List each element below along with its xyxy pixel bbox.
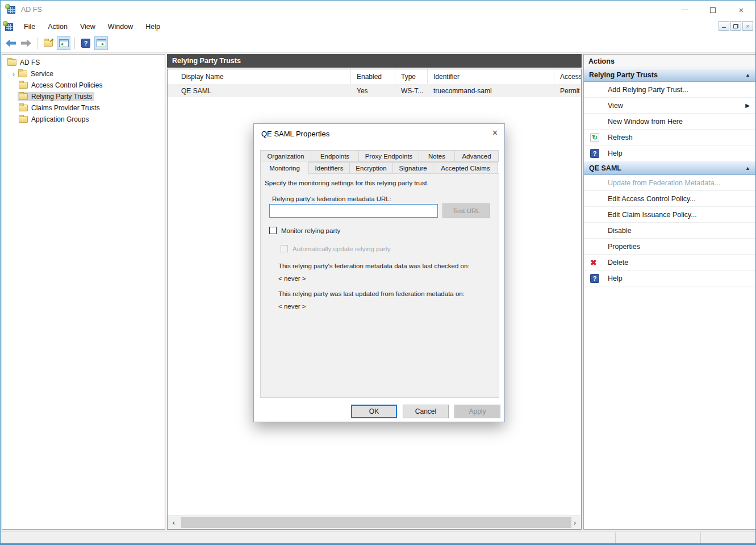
tree-node-label: Claims Provider Trusts (31, 104, 100, 112)
tab-identifiers[interactable]: Identifiers (309, 162, 350, 174)
tree-node-relying-party-trusts[interactable]: Relying Party Trusts (2, 91, 165, 102)
maximize-button[interactable] (699, 1, 727, 19)
actions-section-relying-party-trusts[interactable]: Relying Party Trusts ▲ (584, 68, 755, 82)
tree-node-label: Access Control Policies (31, 81, 102, 89)
column-header-display-name[interactable]: Display Name (168, 69, 351, 84)
horizontal-scrollbar[interactable]: ‹ › (168, 515, 581, 529)
folder-export-icon: ↗ (44, 40, 53, 47)
folder-icon (18, 70, 27, 77)
action-update-from-federation-metadata: Update from Federation Metadata... (584, 175, 755, 191)
back-button[interactable] (4, 36, 18, 50)
action-label: Edit Access Control Policy... (608, 195, 696, 203)
tab-monitoring[interactable]: Monitoring (260, 161, 309, 174)
delete-x-icon: ✖ (590, 259, 597, 267)
column-header-identifier[interactable]: Identifier (428, 69, 554, 84)
help-icon: ? (590, 274, 599, 283)
tab-proxy-endpoints[interactable]: Proxy Endpoints (359, 150, 419, 162)
action-edit-access-control-policy[interactable]: Edit Access Control Policy... (584, 191, 755, 207)
menu-action[interactable]: Action (41, 20, 74, 33)
console-tree-icon: ◂ (59, 39, 69, 47)
federation-metadata-url-input[interactable] (269, 204, 438, 218)
scroll-right-arrow[interactable]: › (569, 516, 581, 529)
minimize-button[interactable] (670, 1, 699, 19)
toolbar-help-button[interactable]: ? (79, 36, 93, 50)
show-console-tree-button[interactable]: ◂ (57, 36, 70, 50)
adfs-console-window: AD FS × File Action View Window Help × (0, 0, 756, 545)
menu-view[interactable]: View (74, 20, 102, 33)
checkbox-label: Monitor relying party (281, 227, 340, 234)
ok-button[interactable]: OK (351, 405, 397, 418)
action-add-relying-party-trust[interactable]: Add Relying Party Trust... (584, 82, 755, 98)
folder-icon (19, 82, 28, 89)
folder-icon (19, 116, 28, 123)
tab-endpoints[interactable]: Endpoints (311, 150, 359, 162)
forward-button[interactable] (19, 36, 33, 50)
cell-type: WS-T... (395, 85, 428, 97)
last-updated-label: This relying party was last updated from… (278, 290, 465, 297)
cell-access: Permit ev (554, 85, 581, 97)
action-help[interactable]: ? Help (584, 145, 755, 161)
collapse-arrow-icon[interactable]: ▲ (745, 72, 750, 78)
tree-node-adfs-root[interactable]: AD FS (2, 57, 165, 68)
menu-help[interactable]: Help (139, 20, 166, 33)
column-header-enabled[interactable]: Enabled (351, 69, 395, 84)
status-bar (1, 531, 755, 544)
dialog-button-row: OK Cancel Apply (254, 405, 504, 419)
mdi-restore-button[interactable] (730, 21, 741, 31)
dialog-close-icon[interactable]: × (492, 128, 498, 138)
forward-arrow-icon (21, 39, 31, 47)
scrollbar-thumb[interactable] (181, 517, 571, 528)
checkbox-unchecked-icon[interactable] (269, 227, 277, 234)
qe-saml-properties-dialog: QE SAML Properties × Organization Endpoi… (253, 123, 505, 422)
actions-section-qe-saml[interactable]: QE SAML ▲ (584, 161, 755, 175)
scroll-left-arrow[interactable]: ‹ (168, 516, 180, 529)
tree-node-application-groups[interactable]: Application Groups (2, 114, 165, 125)
show-action-pane-button[interactable]: ▸ (94, 36, 108, 50)
tab-advanced[interactable]: Advanced (455, 150, 499, 162)
last-updated-value: < never > (278, 303, 306, 310)
tree-node-access-control-policies[interactable]: Access Control Policies (2, 80, 165, 91)
menu-window[interactable]: Window (102, 20, 139, 33)
monitoring-intro-text: Specify the monitoring settings for this… (265, 180, 429, 186)
cancel-button[interactable]: Cancel (403, 405, 449, 418)
mdi-minimize-button[interactable] (719, 21, 729, 31)
tab-accepted-claims[interactable]: Accepted Claims (433, 162, 498, 174)
close-button[interactable]: × (727, 1, 755, 19)
action-label: New Window from Here (608, 118, 683, 126)
mdi-close-button[interactable]: × (742, 21, 753, 31)
collapse-arrow-icon[interactable]: ▲ (745, 165, 750, 171)
action-help-qe-saml[interactable]: ? Help (584, 271, 755, 286)
cell-display-name: QE SAML (168, 85, 351, 97)
tab-encryption[interactable]: Encryption (350, 162, 393, 174)
title-bar: AD FS × (1, 1, 755, 19)
monitor-relying-party-checkbox[interactable]: Monitor relying party (269, 227, 340, 234)
last-checked-label: This relying party's federation metadata… (278, 263, 470, 269)
auto-update-relying-party-checkbox: Automatically update relying party (281, 245, 391, 252)
chevron-right-icon[interactable]: › (9, 70, 18, 78)
menu-file[interactable]: File (18, 20, 41, 33)
action-pane-icon: ▸ (97, 39, 106, 47)
export-list-button[interactable]: ↗ (41, 36, 55, 50)
tree-node-service[interactable]: › Service (2, 68, 165, 80)
table-row[interactable]: QE SAML Yes WS-T... truecommand-saml Per… (168, 85, 581, 97)
action-new-window-from-here[interactable]: New Window from Here (584, 114, 755, 130)
tab-organization[interactable]: Organization (260, 150, 311, 162)
action-delete[interactable]: ✖ Delete (584, 255, 755, 271)
tree-node-label: Application Groups (31, 115, 89, 123)
toolbar-separator (74, 38, 75, 49)
tab-signature[interactable]: Signature (393, 162, 433, 174)
action-refresh[interactable]: ↻ Refresh (584, 130, 755, 145)
column-header-type[interactable]: Type (395, 69, 428, 84)
action-view[interactable]: View ▶ (584, 98, 755, 114)
refresh-icon: ↻ (590, 133, 599, 142)
toolbar: ↗ ◂ ? ▸ (1, 34, 755, 53)
tab-notes[interactable]: Notes (419, 150, 455, 162)
back-arrow-icon (6, 39, 16, 47)
action-properties[interactable]: Properties (584, 239, 755, 255)
action-edit-claim-issuance-policy[interactable]: Edit Claim Issuance Policy... (584, 207, 755, 223)
action-disable[interactable]: Disable (584, 223, 755, 239)
window-title: AD FS (21, 6, 42, 14)
tree-node-claims-provider-trusts[interactable]: Claims Provider Trusts (2, 102, 165, 114)
action-label: Add Relying Party Trust... (608, 86, 688, 94)
column-header-access[interactable]: Access C (554, 69, 581, 84)
